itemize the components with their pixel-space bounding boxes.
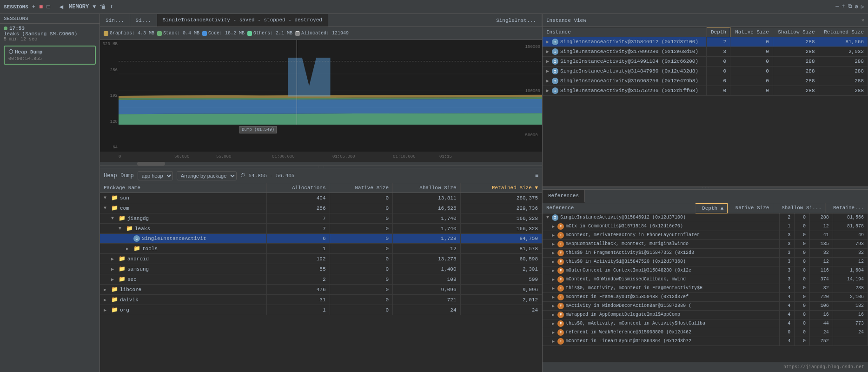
table-row[interactable]: ▶ 📁 samsung 5501,4002,301 xyxy=(100,264,542,274)
ref-expand-arrow[interactable]: ▶ xyxy=(552,294,557,300)
inst-col-depth[interactable]: Depth xyxy=(706,27,730,37)
ref-row[interactable]: ▶ F mContext in FrameLayout@315850488 (0… xyxy=(543,292,868,301)
inst-col-retained[interactable]: Retained Size xyxy=(819,27,868,37)
scrollbar-thumb[interactable] xyxy=(137,162,165,166)
expand-arrow[interactable]: ▶ xyxy=(546,68,552,74)
ref-col-retained[interactable]: Retaine... xyxy=(826,203,868,213)
expand-arrow[interactable]: ▶ xyxy=(104,297,109,303)
ref-row[interactable]: ▶ F mWrapped in AppCompatDelegateImpl$Ap… xyxy=(543,310,868,319)
expand-arrow[interactable]: ▶ xyxy=(111,266,117,272)
ref-row[interactable]: ▶ F this$0 in FragmentActivity$1@3158473… xyxy=(543,248,868,257)
expand-arrow[interactable]: ▶ xyxy=(104,287,109,292)
tab-si[interactable]: Si... xyxy=(130,14,157,27)
ref-expand-arrow[interactable]: ▶ xyxy=(552,330,557,335)
expand-arrow[interactable]: ▶ xyxy=(546,78,552,84)
ref-expand-arrow[interactable]: ▶ xyxy=(552,232,557,238)
table-scroll[interactable]: Package Name Allocations Native Size Sha… xyxy=(100,183,542,315)
ref-col-shallow[interactable]: Shallow Si... xyxy=(773,203,826,213)
expand-arrow[interactable]: ▶ xyxy=(126,246,132,252)
inst-col-shallow[interactable]: Shallow Size xyxy=(773,27,819,37)
tab-references[interactable]: References xyxy=(543,190,585,203)
expand-arrow[interactable]: ▼ xyxy=(111,216,117,221)
ref-col-native[interactable]: Native Size xyxy=(728,203,773,213)
table-row[interactable]: C SingleInstanceActivit 601,72884,750 xyxy=(100,234,542,244)
ref-row[interactable]: ▶ F this$0, mActivity, mContext in Activ… xyxy=(543,319,868,328)
ref-expand-arrow[interactable]: ▶ xyxy=(552,312,557,318)
ref-row[interactable]: ▼ I SingleInstanceActivity@315846912 (0x… xyxy=(543,213,868,222)
ref-scroll[interactable]: ▼ I SingleInstanceActivity@315846912 (0x… xyxy=(543,213,868,346)
minimize-window-icon[interactable]: ─ xyxy=(835,3,839,10)
ref-row[interactable]: ▶ F mContext in LinearLayout@315864864 (… xyxy=(543,337,868,345)
ref-expand-arrow[interactable]: ▶ xyxy=(552,321,557,326)
inst-col-native[interactable]: Native Size xyxy=(730,27,773,37)
instance-view-close[interactable]: × xyxy=(861,18,864,23)
inst-col-instance[interactable]: Instance xyxy=(543,27,706,37)
ref-row[interactable]: ▶ F mAppCompatCallback, mContext, mOrigi… xyxy=(543,239,868,248)
ref-col-reference[interactable]: Reference xyxy=(543,203,696,213)
ref-expand-arrow[interactable]: ▶ xyxy=(552,277,557,282)
ref-row[interactable]: ▶ F mOuterContext in ContextImpl@3158482… xyxy=(543,266,868,275)
settings-icon[interactable]: ⚙ xyxy=(855,3,858,10)
col-native-size[interactable]: Native Size xyxy=(330,183,393,193)
instance-row[interactable]: ▶ISingleInstanceActivity@315752296 (0x12… xyxy=(543,86,868,96)
ref-expand-arrow[interactable]: ▶ xyxy=(552,224,557,229)
close-window-icon[interactable]: ▷ xyxy=(861,3,864,10)
instance-row[interactable]: ▶ISingleInstanceActivity@314991104 (0x12… xyxy=(543,57,868,66)
expand-arrow[interactable]: ▶ xyxy=(104,307,109,313)
export-icon[interactable]: ⬆ xyxy=(110,3,113,10)
memory-dropdown-icon[interactable]: ▼ xyxy=(93,4,96,10)
ref-expand-arrow[interactable]: ▶ xyxy=(552,268,557,273)
expand-arrow[interactable]: ▼ xyxy=(104,195,109,200)
ref-expand-arrow[interactable]: ▶ xyxy=(552,241,557,247)
instance-row[interactable]: ▶ISingleInstanceActivity@314847960 (0x12… xyxy=(543,66,868,76)
restore-icon[interactable]: ⧉ xyxy=(848,3,852,10)
ref-row[interactable]: ▶ F referent in WeakReference@315908800 … xyxy=(543,328,868,337)
table-row[interactable]: ▶ 📁 libcore 47609,0969,096 xyxy=(100,285,542,295)
ref-row[interactable]: ▶ F mContext, mPrivateFactory in PhoneLa… xyxy=(543,231,868,239)
close-session-icon[interactable]: ■ xyxy=(39,3,43,11)
table-row[interactable]: ▶ 📁 tools 101281,578 xyxy=(100,244,542,254)
ref-row[interactable]: ▶ F this$0 in Activity$1@315847520 (0x12… xyxy=(543,257,868,266)
app-heap-select[interactable]: app heap xyxy=(138,171,173,180)
ref-expand-arrow[interactable]: ▼ xyxy=(546,215,552,220)
col-allocations[interactable]: Allocations xyxy=(267,183,330,193)
delete-icon[interactable]: 🗑 xyxy=(99,3,106,11)
instance-row[interactable]: ▶ISingleInstanceActivity@316963256 (0x12… xyxy=(543,76,868,86)
tab-single-instance[interactable]: SingleInstanceActivity - saved - stopped… xyxy=(157,14,328,27)
filter-icon[interactable]: ≡ xyxy=(535,173,538,179)
table-row[interactable]: ▶ 📁 sec 20108509 xyxy=(100,274,542,285)
minimize-icon[interactable]: □ xyxy=(46,4,50,10)
expand-arrow[interactable]: ▶ xyxy=(546,59,552,64)
ref-expand-arrow[interactable]: ▶ xyxy=(552,286,557,291)
ref-row[interactable]: ▶ F this$0, mActivity, mContext in Fragm… xyxy=(543,284,868,292)
heap-dump-item[interactable]: ⬡ Heap Dump 00:00:54.855 xyxy=(4,46,96,65)
expand-window-icon[interactable]: + xyxy=(841,3,845,10)
add-session-icon[interactable]: + xyxy=(32,4,35,10)
col-retained-size[interactable]: Retained Size ▼ xyxy=(460,183,542,193)
ref-expand-arrow[interactable]: ▶ xyxy=(552,250,557,256)
expand-arrow[interactable]: ▶ xyxy=(111,256,117,262)
table-row[interactable]: ▼ 📁 com 256016,526229,736 xyxy=(100,203,542,213)
ref-expand-arrow[interactable]: ▶ xyxy=(552,259,557,265)
ref-expand-arrow[interactable]: ▶ xyxy=(552,339,557,344)
tab-singleinst[interactable]: SingleInst... xyxy=(490,14,542,27)
expand-arrow[interactable]: ▼ xyxy=(119,226,124,231)
table-row[interactable]: ▼ 📁 sun 404013,811280,375 xyxy=(100,193,542,203)
table-row[interactable]: ▼ 📁 leaks 701,740166,328 xyxy=(100,224,542,234)
col-package-name[interactable]: Package Name xyxy=(100,183,267,193)
tab-sin[interactable]: Sin... xyxy=(100,14,130,27)
col-shallow-size[interactable]: Shallow Size xyxy=(393,183,460,193)
ref-row[interactable]: ▶ F mContext, mOnWindowDismissedCallback… xyxy=(543,275,868,284)
ref-expand-arrow[interactable]: ▶ xyxy=(552,303,557,309)
expand-arrow[interactable]: ▶ xyxy=(111,277,117,282)
ref-row[interactable]: ▶ F mCtx in CommonUtils@315715184 (0x12d… xyxy=(543,222,868,231)
instance-row[interactable]: ▶ISingleInstanceActivity@315846912 (0x12… xyxy=(543,37,868,47)
instance-row[interactable]: ▶ISingleInstanceActivity@317099280 (0x12… xyxy=(543,47,868,57)
table-row[interactable]: ▶ 📁 android 192013,27860,598 xyxy=(100,254,542,264)
arrange-select[interactable]: Arrange by package xyxy=(177,171,237,180)
instance-scroll[interactable]: Instance Depth Native Size Shallow Size … xyxy=(543,27,868,96)
expand-arrow[interactable]: ▶ xyxy=(546,88,552,93)
expand-arrow[interactable]: ▼ xyxy=(104,206,109,211)
expand-arrow[interactable]: ▶ xyxy=(546,49,552,54)
ref-col-depth[interactable]: Depth ▲ xyxy=(696,203,728,213)
